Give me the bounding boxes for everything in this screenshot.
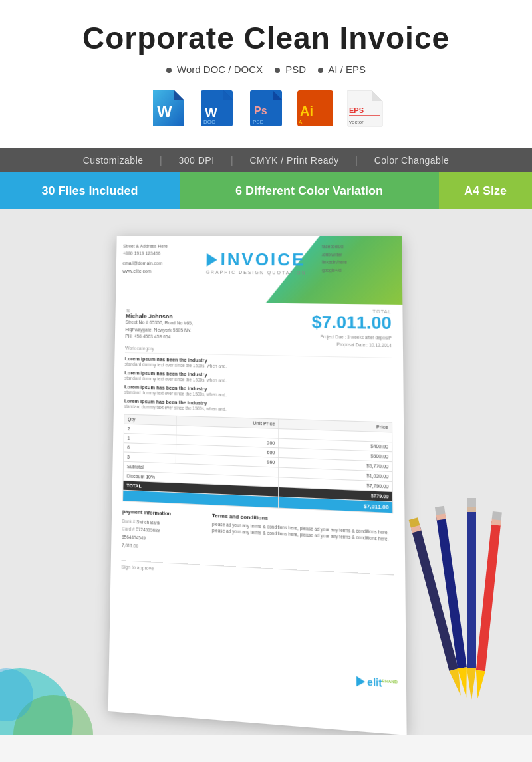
project-due-label: Project Due : 3 weeks after deposit*: [312, 332, 392, 341]
invoice-header: Street & Address Here +880 1919 123456 e…: [116, 236, 402, 305]
payment-section: payment information Bank # Switch Bank C…: [122, 508, 201, 553]
sep1: |: [160, 155, 162, 166]
svg-text:Ps: Ps: [254, 105, 267, 116]
card-val: 0724535689: [136, 527, 160, 533]
info-bar: Customizable | 300 DPI | CMYK / Print Re…: [0, 148, 532, 172]
website-line: www.elite.com: [122, 267, 167, 275]
twitter-line: /dribtwitter: [322, 251, 347, 259]
svg-marker-25: [467, 668, 476, 700]
email-line: email@domain.com: [122, 260, 167, 267]
sep2: |: [231, 155, 233, 166]
invoice-table: Qty Unit Price Price 2 1 200 $400.00: [122, 414, 393, 513]
pencils-decoration: [386, 469, 532, 735]
svg-text:PSD: PSD: [253, 119, 264, 125]
file-type-psd: PSD: [275, 64, 306, 75]
eps-icon: EPS vector: [344, 88, 384, 128]
feature-bar: 30 Files Included 6 Different Color Vari…: [0, 172, 532, 209]
work-item-4: Lorem Ipsum has been the industry standa…: [124, 398, 392, 416]
project-due-val: 3 weeks after deposit*: [347, 334, 392, 340]
word-doc-icon: W DOC: [197, 88, 237, 128]
proposal-date-val: 10.12.2014: [369, 342, 392, 348]
sign-section: Sign to approve: [121, 560, 394, 584]
phone-line: +880 1919 123456: [123, 250, 168, 257]
svg-text:W: W: [157, 102, 172, 120]
google-line: google+/d: [322, 267, 347, 275]
payment-info-rows: Bank # Switch Bank Card # 0724535689 656…: [122, 517, 201, 553]
psd-icon: Ps PSD: [246, 88, 286, 128]
work-item-1: Lorem Ipsum has been the industry standa…: [125, 355, 392, 372]
card-label: Card #: [122, 526, 134, 531]
terms-section: Terms and conditions please ad your any …: [212, 512, 394, 563]
svg-text:DOC: DOC: [203, 119, 215, 125]
svg-text:W: W: [205, 105, 217, 120]
svg-rect-23: [435, 506, 446, 515]
dot-word: [166, 68, 172, 73]
triangle-icon: [207, 253, 217, 266]
page-title: Corporate Clean Invoice: [13, 20, 519, 56]
svg-rect-31: [492, 511, 502, 520]
svg-text:EPS: EPS: [349, 106, 364, 114]
dot-ai: [318, 68, 323, 73]
sep3: |: [355, 155, 358, 166]
svg-text:vector: vector: [349, 119, 364, 125]
feature-files: 30 Files Included: [0, 172, 180, 209]
bank-val: Switch Bank: [136, 519, 160, 525]
total-details: Project Due : 3 weeks after deposit* Pro…: [312, 332, 392, 349]
svg-rect-28: [476, 521, 501, 671]
invoice-paper: Street & Address Here +880 1919 123456 e…: [108, 236, 407, 735]
contact-left: Street & Address Here +880 1919 123456 e…: [122, 243, 168, 275]
page-header: Corporate Clean Invoice Word DOC / DOCX …: [0, 0, 532, 148]
info-color: Color Changable: [374, 155, 450, 166]
payment-title: payment information: [122, 508, 201, 518]
svg-text:Ai: Ai: [300, 104, 313, 118]
info-customizable: Customizable: [83, 155, 144, 166]
invoice-body: To Michale Johnson Street No # 65356, Ro…: [110, 301, 405, 592]
feature-color: 6 Different Color Variation: [180, 172, 439, 209]
card-val2: 6564454549: [122, 535, 146, 541]
file-types-row: Word DOC / DOCX PSD AI / EPS: [13, 64, 519, 75]
invoice-subtitle: GRAPHIC DESIGN QUOTATION: [206, 270, 307, 275]
logo-triangle: [356, 676, 365, 687]
total-block: TOTAL $7.011.00 Project Due : 3 weeks af…: [312, 308, 392, 349]
bottom-section: payment information Bank # Switch Bank C…: [122, 508, 394, 563]
proposal-date-label: Proposal Date : 10.12.2014: [312, 340, 392, 349]
file-icons-row: W W DOC: [13, 88, 519, 128]
invoice-title-block: INVOICE GRAPHIC DESIGN QUOTATION: [206, 249, 307, 275]
svg-rect-27: [467, 498, 476, 507]
contact-right: facebook/d /dribtwitter linkedin/here go…: [322, 243, 347, 275]
amount-val: 7,011.00: [122, 543, 138, 549]
sign-label: Sign to approve: [121, 565, 154, 571]
bank-label: Bank #: [122, 518, 136, 523]
feature-size: A4 Size: [439, 172, 532, 209]
ai-icon: Ai AI: [295, 88, 335, 128]
info-cmyk: CMYK / Print Ready: [250, 155, 339, 166]
info-dpi: 300 DPI: [178, 155, 214, 166]
file-type-ai: AI / EPS: [318, 64, 366, 75]
linkedin-line: linkedin/here: [322, 259, 347, 267]
total-amount: $7.011.00: [312, 313, 392, 331]
preview-area: Street & Address Here +880 1919 123456 e…: [0, 209, 532, 735]
work-section: Work category Lorem Ipsum has been the i…: [124, 345, 392, 416]
file-type-word: Word DOC / DOCX: [166, 64, 263, 75]
svg-text:AI: AI: [299, 119, 304, 125]
invoice-title: INVOICE: [221, 249, 306, 271]
svg-rect-24: [467, 509, 476, 668]
facebook-line: facebook/d: [322, 243, 347, 251]
word-icon: W: [148, 88, 188, 128]
dot-psd: [275, 68, 280, 73]
address-line: Street & Address Here: [123, 243, 168, 250]
